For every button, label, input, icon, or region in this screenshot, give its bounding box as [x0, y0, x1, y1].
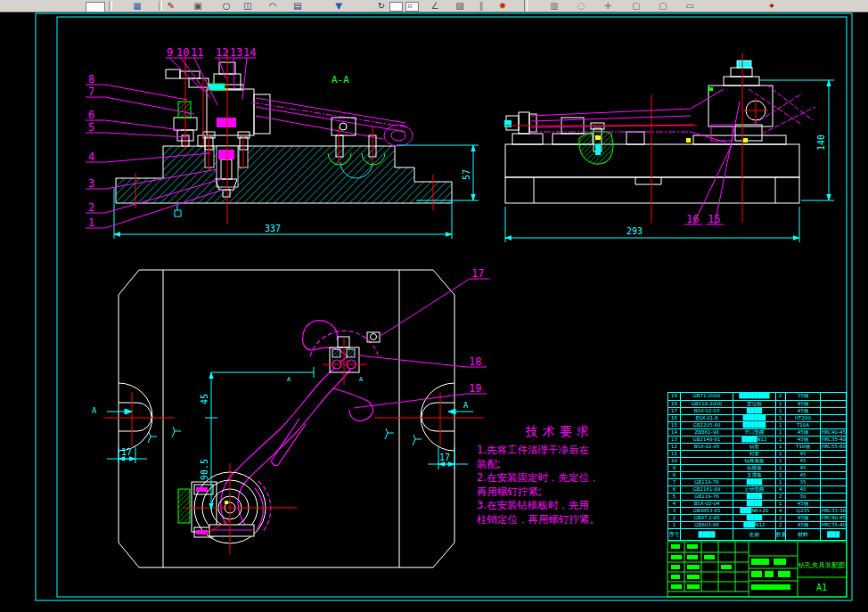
callout-2[interactable]: 2	[88, 201, 94, 214]
callout-18[interactable]: 18	[469, 355, 481, 368]
bom-cell-code: GB119-76	[680, 493, 733, 500]
bom-cell-material: 材料	[785, 528, 821, 540]
bom-cell-material: 45钢	[785, 514, 821, 521]
bom-cell-qty: 4	[775, 486, 785, 493]
bom-cell-code	[680, 457, 733, 464]
hatch-icon[interactable]: ▨	[453, 1, 467, 11]
divider-icon[interactable]: ‖	[474, 1, 488, 11]
callout-5[interactable]: 5	[88, 121, 94, 134]
move-down-icon[interactable]: ▼	[332, 1, 346, 11]
pan-icon[interactable]: ✛	[601, 1, 615, 11]
bom-cell-name: ████	[733, 514, 775, 521]
bom-cell-code: GB118-2000	[680, 400, 733, 407]
bom-cell-code: GB9853-85	[680, 507, 733, 514]
callout-10[interactable]: 10	[176, 46, 189, 59]
bom-cell-code: ████	[680, 528, 733, 540]
bom-cell-material: 45钢	[785, 436, 821, 443]
doc2-icon[interactable]: ▢	[656, 1, 670, 11]
roughness-symbols	[148, 427, 422, 445]
layer-icon[interactable]: ▥	[547, 1, 561, 11]
bom-row: 3GB9853-85███N8×204Q235HRC33-38	[668, 507, 846, 514]
callout-14[interactable]: 14	[243, 46, 256, 59]
circle-icon[interactable]: ○	[219, 1, 233, 11]
bom-cell-name: 钻套	[733, 443, 775, 450]
bom-cell-name: 名称	[733, 528, 775, 540]
callout-1[interactable]: 1	[88, 216, 94, 229]
bom-row: 9钻模板145	[668, 464, 846, 471]
dim-plan-17-left: 17	[121, 447, 132, 457]
bom-cell-name: ██████	[733, 421, 775, 428]
callout-17[interactable]: 17	[471, 267, 484, 280]
dimension-icon[interactable]: ✎	[164, 1, 178, 11]
callout-15[interactable]: 15	[708, 213, 720, 225]
bom-cell-code: ZBB61-98	[680, 428, 733, 436]
callout-11[interactable]: 11	[191, 46, 203, 59]
callout-16[interactable]: 16	[686, 213, 699, 225]
bom-cell-code: GB119-76	[680, 478, 733, 486]
rotate-icon[interactable]: ↻	[374, 1, 389, 11]
toolbar-separator	[159, 1, 162, 11]
bom-cell-note	[820, 471, 846, 478]
bom-cell-note: HRC33-38	[820, 507, 846, 514]
bom-cell-note	[820, 407, 846, 414]
bom-cell-no: 9	[668, 464, 680, 471]
bom-cell-code: BSX-01-6	[680, 414, 733, 421]
bom-cell-qty: 2	[775, 521, 785, 528]
front-view: 337 57 A-A	[114, 50, 479, 239]
bom-cell-no: 16	[668, 414, 680, 421]
bom-cell-material: 45钢	[785, 407, 821, 414]
bom-cell-no: 11	[668, 450, 680, 457]
bom-cell-material: 35钢	[785, 393, 821, 400]
app-window: ▦✎▣○◫◠▤▼↻⌗∠▨‖✸▥◌✛▢▢▭✦	[0, 0, 868, 612]
help-icon[interactable]: ✦	[765, 1, 779, 11]
layer-combobox[interactable]	[86, 2, 105, 12]
callout-8[interactable]: 8	[88, 73, 94, 86]
bom-row: 12BSX-02-05钻套1T10钢HRC55-60	[668, 443, 846, 450]
bom-cell-material: 45钢	[785, 521, 821, 528]
callout-12[interactable]: 12	[216, 46, 228, 59]
bom-row: 16BSX-01-6██████1HT200	[668, 414, 846, 421]
bom-cell-no: 17	[668, 407, 680, 414]
callout-6[interactable]: 6	[88, 109, 94, 121]
mirror-icon[interactable]: ◫	[241, 1, 255, 11]
table-grid-icon[interactable]: ▦	[130, 1, 144, 11]
drawing-title: 钻孔夹具装配图	[798, 561, 846, 569]
color-button[interactable]	[389, 2, 403, 12]
zoom-icon[interactable]: ◌	[574, 1, 588, 11]
bom-cell-material: 30	[785, 493, 821, 500]
tech-requirements-line: 3.在安装钻模板时，先用	[477, 499, 643, 513]
callout-13[interactable]: 13	[230, 46, 242, 59]
tech-requirements-line: 1.先将工件清理干净后在	[477, 444, 643, 458]
bom-cell-qty: 1	[775, 400, 785, 407]
plan-view-callouts: 17 18 19	[354, 267, 489, 408]
paintbrush-icon[interactable]: ✸	[495, 1, 510, 11]
chamfer-icon[interactable]: ∠	[428, 1, 442, 11]
callout-9[interactable]: 9	[167, 46, 173, 59]
bom-row: 2GB97.2-85████245钢HRC40-45	[668, 514, 846, 521]
doc-icon[interactable]: ▢	[629, 1, 643, 11]
callout-3[interactable]: 3	[88, 177, 94, 190]
callout-19[interactable]: 19	[469, 382, 481, 395]
bom-cell-code: BSX-02-04	[680, 500, 733, 507]
bom-cell-code: GB71-2000	[680, 393, 733, 400]
bom-cell-qty: 1	[775, 457, 785, 464]
select-window-icon[interactable]: ⌗	[403, 1, 417, 11]
array-icon[interactable]: ▤	[291, 1, 305, 11]
bom-cell-material: 45钢	[785, 400, 821, 407]
bom-cell-name: ████	[733, 500, 775, 507]
bom-cell-no: 7	[668, 478, 680, 486]
tech-requirements: 技术要求 1.先将工件清理干净后在 装配; 2.在安装固定时，先定位， 再用螺钉…	[477, 424, 643, 526]
callout-4[interactable]: 4	[88, 151, 94, 163]
dim-front-height: 57	[462, 169, 471, 180]
section-label-aa: A-A	[332, 74, 349, 86]
arc-icon[interactable]: ◠	[266, 1, 280, 11]
erase-icon[interactable]: ▣	[191, 1, 205, 11]
callout-7[interactable]: 7	[88, 86, 94, 98]
print-icon[interactable]: ▭	[683, 1, 697, 11]
dim-plan-905: 90.5	[200, 459, 209, 480]
bom-cell-qty: 1	[775, 436, 785, 443]
bom-cell-name: 钻模底板	[733, 457, 775, 464]
bom-cell-material: 45	[785, 450, 821, 457]
bom-cell-no: 3	[668, 507, 680, 514]
section-letter-a-left: A	[92, 406, 97, 415]
